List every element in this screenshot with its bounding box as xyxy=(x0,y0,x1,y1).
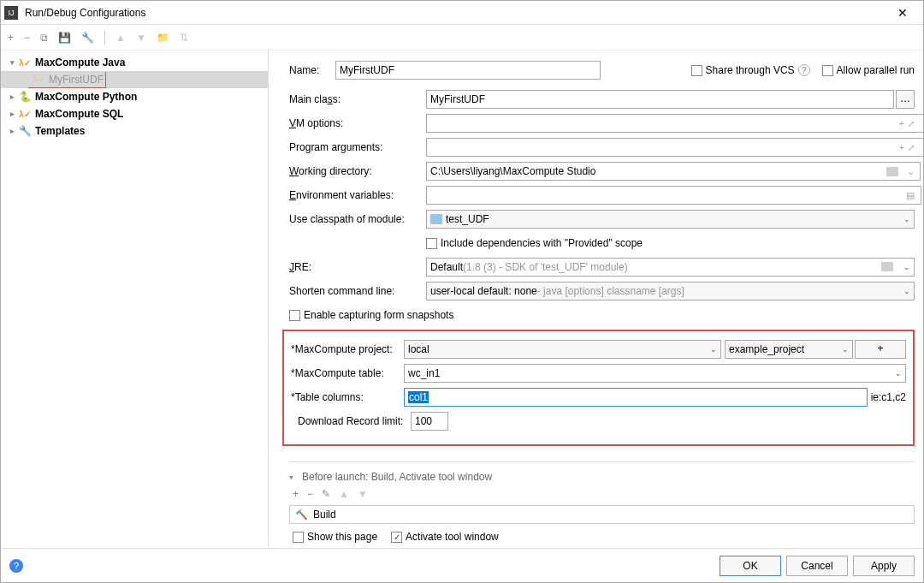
mc-download-input[interactable] xyxy=(411,412,448,431)
env-vars-label: Environment variables: xyxy=(289,189,426,201)
shorten-cmd-label: Shorten command line: xyxy=(289,285,426,297)
wrench-icon[interactable]: 🔧 xyxy=(81,32,94,44)
env-vars-input[interactable] xyxy=(426,186,921,205)
tree-node-myfirstudf[interactable]: λ✓MyFirstUDF xyxy=(1,71,268,88)
folder-icon xyxy=(881,262,893,271)
tree-node-maxcompute-java[interactable]: ▾λ✓MaxCompute Java xyxy=(1,54,268,71)
name-input[interactable] xyxy=(335,61,601,80)
before-launch-section: ▸Before launch: Build, Activate tool win… xyxy=(289,471,915,547)
help-icon[interactable]: ? xyxy=(9,559,23,573)
config-toolbar: + − ⧉ 💾 🔧 ▲ ▼ 📁 ⇅ xyxy=(1,25,923,51)
allow-parallel-checkbox[interactable]: Allow parallel run xyxy=(822,64,915,76)
config-tree[interactable]: ▾λ✓MaxCompute Java λ✓MyFirstUDF ▸🐍MaxCom… xyxy=(1,51,269,547)
working-dir-input[interactable] xyxy=(426,162,921,181)
list-icon[interactable]: ▤ xyxy=(906,190,915,201)
share-vcs-checkbox[interactable]: Share through VCS? xyxy=(691,64,810,77)
ok-button[interactable]: OK xyxy=(720,556,781,576)
app-icon: IJ xyxy=(4,6,18,20)
mc-table-label: *MaxCompute table: xyxy=(291,367,404,379)
browse-button[interactable]: … xyxy=(896,90,915,109)
up-icon[interactable]: ▲ xyxy=(116,32,126,44)
classpath-dropdown[interactable]: test_UDF ⌄ xyxy=(426,210,915,229)
plus-icon[interactable]: + xyxy=(899,142,904,152)
close-icon[interactable]: ✕ xyxy=(886,6,920,20)
vm-options-label: VM options: xyxy=(289,117,426,129)
remove-icon[interactable]: − xyxy=(24,32,30,44)
chevron-down-icon[interactable]: ⌄ xyxy=(907,166,915,177)
mc-project-label: *MaxCompute project: xyxy=(291,343,404,355)
remove-icon[interactable]: − xyxy=(307,488,313,500)
down-icon[interactable]: ▼ xyxy=(136,32,146,44)
columns-hint: ie:c1,c2 xyxy=(871,391,906,403)
program-args-label: Program arguments: xyxy=(289,141,426,153)
chevron-down-icon: ⌄ xyxy=(895,369,902,378)
name-label: Name: xyxy=(289,64,335,76)
mc-project-dropdown[interactable]: local⌄ xyxy=(404,340,721,359)
copy-icon[interactable]: ⧉ xyxy=(40,32,48,44)
expand-icon[interactable]: ⤢ xyxy=(908,119,915,128)
add-button[interactable]: + xyxy=(855,340,906,359)
chevron-down-icon: ⌄ xyxy=(903,263,910,271)
add-icon[interactable]: + xyxy=(293,488,299,500)
down-icon[interactable]: ▼ xyxy=(358,488,368,500)
jre-dropdown[interactable]: Default (1.8 (3) - SDK of 'test_UDF' mod… xyxy=(426,258,915,277)
help-icon[interactable]: ? xyxy=(798,64,810,76)
chevron-down-icon: ⌄ xyxy=(710,345,717,354)
activate-window-checkbox[interactable]: Activate tool window xyxy=(391,531,499,543)
before-launch-list[interactable]: 🔨 Build xyxy=(289,505,915,524)
expand-icon[interactable]: ⤢ xyxy=(908,143,915,152)
cancel-button[interactable]: Cancel xyxy=(786,556,848,576)
separator xyxy=(104,31,105,45)
mc-columns-input[interactable]: col1 xyxy=(404,388,868,407)
classpath-label: Use classpath of module: xyxy=(289,213,426,225)
vm-options-input[interactable] xyxy=(426,114,923,133)
tree-node-maxcompute-python[interactable]: ▸🐍MaxCompute Python xyxy=(1,88,268,105)
chevron-down-icon: ⌄ xyxy=(842,345,849,354)
tree-node-templates[interactable]: ▸🔧Templates xyxy=(1,122,268,140)
include-deps-checkbox[interactable]: Include dependencies with "Provided" sco… xyxy=(426,237,643,249)
build-task: Build xyxy=(313,509,336,521)
folder-icon[interactable] xyxy=(886,167,898,176)
dialog-footer: ? OK Cancel Apply xyxy=(1,548,923,582)
titlebar: IJ Run/Debug Configurations ✕ xyxy=(1,1,923,25)
module-icon xyxy=(430,214,442,224)
hammer-icon: 🔨 xyxy=(295,509,308,521)
tree-node-maxcompute-sql[interactable]: ▸λ✓MaxCompute SQL xyxy=(1,105,268,122)
mc-download-label: Download Record limit: xyxy=(291,415,411,427)
main-class-label: Main class: xyxy=(289,93,426,105)
jre-label: JRE: xyxy=(289,261,426,273)
edit-icon[interactable]: ✎ xyxy=(322,488,330,500)
collapse-icon[interactable]: ▸ xyxy=(287,476,296,480)
mc-columns-label: *Table columns: xyxy=(291,391,404,403)
mc-table-dropdown[interactable]: wc_in1⌄ xyxy=(404,364,906,383)
program-args-input[interactable] xyxy=(426,138,923,157)
shorten-cmd-dropdown[interactable]: user-local default: none - java [options… xyxy=(426,282,915,300)
window-title: Run/Debug Configurations xyxy=(25,7,886,19)
config-form: Name: Share through VCS? Allow parallel … xyxy=(269,51,923,547)
add-icon[interactable]: + xyxy=(8,32,14,44)
apply-button[interactable]: Apply xyxy=(853,556,915,576)
folder-move-icon[interactable]: 📁 xyxy=(157,32,169,44)
main-class-input[interactable] xyxy=(426,90,894,109)
enable-snapshots-checkbox[interactable]: Enable capturing form snapshots xyxy=(289,309,453,321)
before-launch-title: Before launch: Build, Activate tool wind… xyxy=(302,471,492,483)
up-icon[interactable]: ▲ xyxy=(339,488,349,500)
working-dir-label: Working directory: xyxy=(289,165,426,177)
sort-icon[interactable]: ⇅ xyxy=(180,32,188,44)
mc-project2-dropdown[interactable]: example_project⌄ xyxy=(725,340,853,359)
chevron-down-icon: ⌄ xyxy=(903,287,910,295)
plus-icon[interactable]: + xyxy=(899,118,904,128)
chevron-down-icon xyxy=(881,262,893,273)
maxcompute-section: *MaxCompute project: local⌄ example_proj… xyxy=(282,330,915,446)
show-page-checkbox[interactable]: Show this page xyxy=(293,531,377,543)
chevron-down-icon: ⌄ xyxy=(903,215,910,223)
save-icon[interactable]: 💾 xyxy=(58,32,71,44)
